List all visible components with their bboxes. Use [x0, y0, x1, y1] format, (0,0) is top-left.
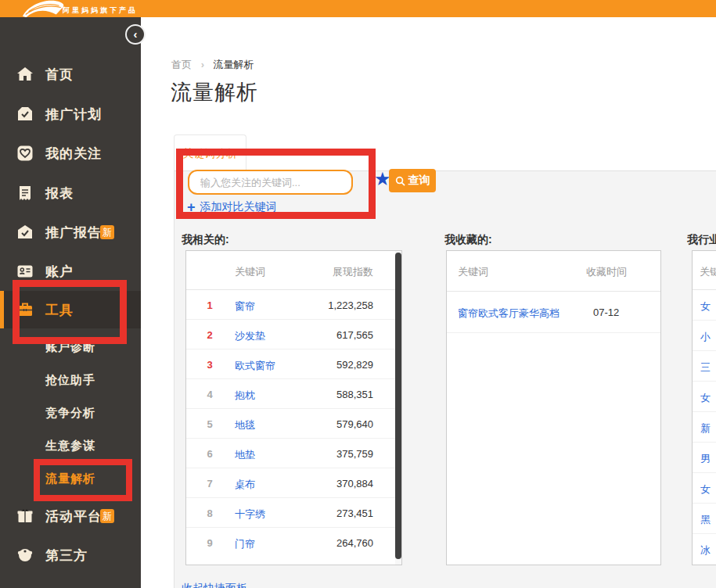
submenu-item-label: 抢位助手 — [45, 373, 95, 388]
table-row: 男 — [693, 443, 716, 473]
table-row: 女 — [693, 473, 716, 504]
submenu-item-business-advisor[interactable]: 生意参谋 — [0, 435, 141, 457]
column-header-impression-index: 展现指数 — [333, 265, 373, 279]
breadcrumb-current: 流量解析 — [214, 59, 254, 70]
related-keywords-table: 关键词 展现指数 1 窗帘 1,223,258 2 沙发垫 617,565 3 … — [185, 250, 402, 565]
impression-index-cell: 264,760 — [336, 537, 373, 549]
sidebar-item-home[interactable]: 首页 — [0, 55, 141, 94]
query-button[interactable]: 查询 — [389, 169, 436, 192]
sidebar-collapse-button[interactable]: ‹ — [125, 24, 146, 45]
keyword-link[interactable]: 男 — [700, 452, 711, 466]
sidebar-item-label: 我的关注 — [45, 145, 102, 163]
keyword-link[interactable]: 桌布 — [235, 478, 255, 492]
table-row: 冰 — [693, 534, 716, 565]
keyword-search-input[interactable] — [188, 170, 353, 195]
add-compare-keyword-link[interactable]: + 添加对比关键词 — [187, 200, 277, 214]
keyword-link[interactable]: 女 — [700, 299, 711, 314]
tab-keyword-analysis[interactable]: 关键词分析 — [174, 134, 246, 170]
top-brand-bar: 阿里妈妈旗下产品 — [0, 0, 716, 17]
submenu-item-account-diagnosis[interactable]: 账户诊断 — [0, 336, 141, 358]
keyword-link[interactable]: 女 — [700, 482, 711, 497]
table-row: 1 窗帘 1,223,258 — [186, 290, 401, 320]
plus-icon: + — [187, 202, 196, 213]
promo-report-icon — [16, 223, 34, 242]
table-row: 女 — [693, 382, 716, 412]
rank-cell: 6 — [200, 448, 219, 460]
scrollbar-thumb[interactable] — [395, 253, 401, 559]
table-row: 6 地垫 375,759 — [186, 439, 401, 468]
third-party-icon — [16, 546, 34, 565]
gift-icon — [16, 507, 34, 525]
table-row: 5 地毯 579,640 — [186, 409, 401, 439]
table-row: 窗帘欧式客厅豪华高档 07-12 — [447, 292, 660, 333]
table-row: 2 沙发垫 617,565 — [186, 320, 401, 350]
breadcrumb-home-link[interactable]: 首页 — [171, 59, 192, 70]
sidebar-item-label: 活动平台 — [45, 507, 102, 525]
table-row: 小 — [693, 321, 716, 351]
submenu-item-label: 竞争分析 — [45, 406, 95, 421]
sidebar-item-reports[interactable]: 报表 — [0, 174, 141, 213]
brand-tagline: 阿里妈妈旗下产品 — [63, 5, 138, 16]
column-header-favorite-time: 收藏时间 — [586, 265, 627, 279]
keyword-link[interactable]: 三 — [700, 360, 711, 375]
table-row: 7 桌布 370,884 — [186, 468, 401, 498]
submenu-item-label: 生意参谋 — [45, 439, 95, 454]
keyword-link[interactable]: 抱枕 — [235, 389, 255, 403]
keyword-link[interactable]: 门帘 — [235, 537, 255, 551]
keyword-link[interactable]: 窗帘欧式客厅豪华高档 — [458, 307, 559, 321]
collapse-quick-panel-link[interactable]: 收起快捷面板 — [182, 582, 247, 588]
table-row: 新 — [693, 412, 716, 443]
industry-keywords-table: 关键词 女 小 三 女 新 男 女 黑 冰 — [692, 250, 716, 565]
favorites-table: 关键词 收藏时间 窗帘欧式客厅豪华高档 07-12 — [446, 250, 661, 565]
keyword-link[interactable]: 十字绣 — [235, 507, 265, 522]
rank-cell: 9 — [200, 537, 219, 549]
sidebar-item-account[interactable]: 账户 — [0, 252, 141, 291]
submenu-item-label: 账户诊断 — [45, 340, 95, 355]
sidebar-item-activity-platform[interactable]: 活动平台 新 — [0, 497, 141, 536]
keyword-link[interactable]: 黑 — [700, 513, 711, 527]
favorites-panel-title: 我收藏的: — [444, 233, 492, 247]
submenu-item-traffic-analysis[interactable]: 流量解析 — [0, 468, 141, 489]
rank-cell: 8 — [200, 507, 219, 519]
plan-icon — [16, 105, 34, 124]
new-badge: 新 — [100, 509, 114, 523]
sidebar-item-label: 首页 — [45, 66, 74, 84]
table-row: 黑 — [693, 504, 716, 534]
keyword-link[interactable]: 新 — [700, 421, 711, 436]
sidebar-item-label: 工具 — [45, 301, 74, 319]
table-scrollbar — [395, 251, 401, 565]
keyword-link[interactable]: 欧式窗帘 — [235, 359, 275, 373]
rank-cell: 1 — [200, 299, 219, 311]
submenu-item-rank-assistant[interactable]: 抢位助手 — [0, 369, 141, 391]
table-row: 4 抱枕 588,351 — [186, 379, 401, 409]
column-header-keyword: 关键词 — [235, 265, 265, 279]
impression-index-cell: 273,451 — [336, 507, 373, 519]
impression-index-cell: 617,565 — [336, 329, 373, 341]
table-row: 3 欧式窗帘 592,829 — [186, 350, 401, 379]
sidebar-item-favorites[interactable]: 我的关注 — [0, 134, 141, 173]
impression-index-cell: 370,884 — [336, 478, 373, 489]
submenu-item-label: 流量解析 — [45, 471, 95, 486]
sidebar-item-label: 推广计划 — [45, 106, 102, 124]
keyword-link[interactable]: 冰 — [700, 543, 711, 558]
impression-index-cell: 1,223,258 — [328, 299, 373, 311]
submenu-item-competition-analysis[interactable]: 竞争分析 — [0, 402, 141, 424]
rank-cell: 4 — [200, 389, 219, 400]
table-row: 8 十字绣 273,451 — [186, 498, 401, 528]
sidebar-item-tools[interactable]: 工具 — [0, 291, 141, 328]
keyword-link[interactable]: 地垫 — [235, 448, 255, 462]
keyword-link[interactable]: 沙发垫 — [235, 329, 265, 343]
sidebar-item-promo-report[interactable]: 推广报告 新 — [0, 213, 141, 252]
column-header-keyword: 关键词 — [458, 265, 488, 279]
keyword-link[interactable]: 地毯 — [235, 418, 255, 432]
sidebar-item-third-party[interactable]: 第三方 — [0, 536, 141, 575]
impression-index-cell: 592,829 — [336, 359, 373, 371]
breadcrumb-chevron-icon: › — [201, 59, 204, 70]
keyword-link[interactable]: 窗帘 — [235, 299, 255, 314]
account-icon — [16, 262, 34, 281]
table-header: 关键词 展现指数 — [186, 251, 401, 290]
keyword-link[interactable]: 女 — [700, 391, 711, 405]
sidebar-item-plan[interactable]: 推广计划 — [0, 95, 141, 134]
heart-icon — [16, 144, 34, 163]
keyword-link[interactable]: 小 — [700, 330, 711, 344]
